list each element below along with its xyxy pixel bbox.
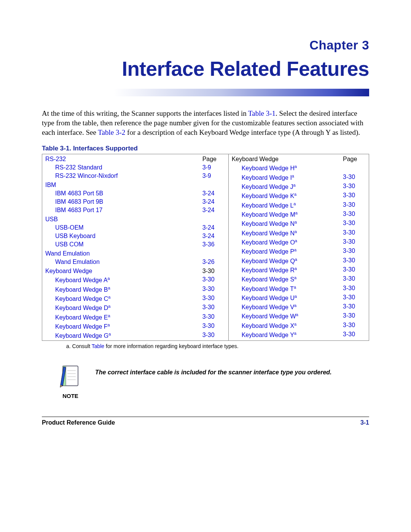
page-ref[interactable]: 3-30 (202, 286, 225, 293)
interface-link[interactable]: Keyboard Wedge S (242, 276, 294, 283)
interface-link[interactable]: IBM 4683 Port 17 (55, 207, 103, 213)
page-ref[interactable]: 3-30 (343, 248, 366, 255)
page-ref[interactable]: 3-30 (343, 303, 366, 311)
table-row: Keyboard Wedge Ca3-30 (42, 294, 228, 303)
page-ref[interactable]: 3-36 (202, 241, 225, 248)
page-ref[interactable]: 3-30 (343, 275, 366, 283)
interface-link[interactable]: Keyboard Wedge B (55, 286, 108, 293)
interface-link[interactable]: Keyboard Wedge T (242, 286, 294, 292)
page-ref[interactable]: 3-24 (202, 190, 225, 197)
table-row: IBM 4683 Port 173-24 (42, 206, 228, 214)
page-ref[interactable]: 3-30 (202, 332, 225, 339)
xref-table-3-1[interactable]: Table 3-1 (248, 109, 276, 117)
interface-link[interactable]: Keyboard Wedge R (242, 267, 295, 273)
interface-link[interactable]: Keyboard Wedge K (242, 193, 294, 200)
footnote-marker: a (108, 295, 110, 299)
interface-link[interactable]: Keyboard Wedge I (242, 174, 292, 181)
page-ref[interactable]: 3-30 (343, 229, 366, 237)
footnote-marker: a (108, 313, 110, 318)
interface-link[interactable]: USB-OEM (55, 224, 84, 231)
page-ref[interactable] (343, 164, 366, 172)
table-row: Keyboard Wedge Na3-30 (229, 219, 369, 228)
page-ref[interactable]: 3-30 (343, 183, 366, 190)
interface-link[interactable]: Keyboard Wedge Q (242, 258, 295, 264)
group-name: USB (45, 216, 202, 223)
interface-link[interactable]: RS-232 Wincor-Nixdorf (55, 173, 118, 179)
page-ref[interactable]: 3-9 (202, 173, 225, 179)
page-ref[interactable]: 3-30 (202, 295, 225, 302)
footnote-link[interactable]: Table (92, 343, 104, 349)
page-ref[interactable]: 3-30 (202, 313, 225, 321)
footnote-marker: a (294, 248, 296, 252)
page-ref[interactable]: 3-30 (343, 201, 366, 209)
interface-link[interactable]: Keyboard Wedge X (242, 323, 294, 329)
interface-link[interactable]: Keyboard Wedge O (242, 239, 295, 246)
interface-link[interactable]: USB COM (55, 241, 84, 248)
footnote-marker: a (295, 211, 298, 215)
interface-link[interactable]: Keyboard Wedge Y (242, 332, 294, 338)
page-ref[interactable]: 3-24 (202, 233, 225, 240)
table-caption: Table 3-1. Interfaces Supported (42, 145, 369, 152)
table-row: Keyboard Wedge Pa3-30 (229, 247, 369, 256)
interface-link[interactable]: Keyboard Wedge M (242, 211, 295, 218)
page-ref[interactable]: 3-30 (343, 312, 366, 320)
interface-link[interactable]: Keyboard Wedge L (242, 202, 294, 209)
interface-link[interactable]: Keyboard Wedge J (242, 184, 293, 190)
interface-link[interactable]: Keyboard Wedge U (242, 295, 295, 301)
interface-link[interactable]: Keyboard Wedge N (242, 221, 295, 227)
interface-link[interactable]: Keyboard Wedge W (242, 313, 296, 320)
page-ref[interactable]: 3-30 (343, 294, 366, 302)
page-ref[interactable]: 3-30 (343, 220, 366, 227)
group-header: USB (42, 214, 228, 224)
page-ref[interactable]: 3-24 (202, 207, 225, 214)
page-ref[interactable]: 3-30 (202, 304, 225, 312)
interface-link[interactable]: RS-232 Standard (55, 164, 102, 171)
intro-paragraph: At the time of this writing, the Scanner… (42, 109, 369, 137)
page-ref[interactable]: 3-30 (343, 322, 366, 329)
table-row: Wand Emulation3-26 (42, 258, 228, 266)
page-ref[interactable]: 3-30 (343, 192, 366, 200)
page-ref[interactable]: 3-30 (343, 331, 366, 339)
footnote-marker: a (295, 164, 297, 169)
page-ref[interactable]: 3-24 (202, 198, 225, 205)
footnote-marker: a (295, 257, 297, 262)
chapter-header: Chapter 3 Interface Related Features (42, 38, 369, 80)
interface-link[interactable]: Keyboard Wedge C (55, 296, 108, 302)
interface-link[interactable]: Wand Emulation (55, 259, 100, 265)
footnote-marker: a (108, 286, 110, 290)
interface-link[interactable]: Keyboard Wedge N (242, 230, 295, 236)
interface-link[interactable]: Keyboard Wedge P (242, 249, 294, 255)
table-row: IBM 4683 Port 9B3-24 (42, 198, 228, 206)
footnote-marker: a (294, 322, 296, 326)
table-row: Keyboard Wedge Fa3-30 (42, 322, 228, 331)
page-ref[interactable]: 3-30 (202, 276, 225, 284)
page-ref[interactable]: 3-30 (343, 257, 366, 265)
chapter-title: Interface Related Features (42, 57, 369, 80)
page-ref[interactable]: 3-26 (202, 259, 225, 265)
xref-table-3-2[interactable]: Table 3-2 (98, 128, 125, 136)
interface-link[interactable]: Keyboard Wedge D (55, 305, 108, 312)
footnote-marker: a (292, 174, 294, 178)
page-ref[interactable]: 3-30 (343, 238, 366, 246)
interface-link[interactable]: Keyboard Wedge E (55, 314, 108, 321)
table-row: IBM 4683 Port 5B3-24 (42, 189, 228, 198)
interface-link[interactable]: IBM 4683 Port 5B (55, 190, 103, 197)
page-ref[interactable]: 3-9 (202, 164, 225, 171)
page-ref[interactable]: 3-30 (343, 174, 366, 181)
interface-link[interactable]: IBM 4683 Port 9B (55, 198, 103, 205)
interface-link[interactable]: Keyboard Wedge V (242, 304, 294, 310)
interface-link[interactable]: Keyboard Wedge H (242, 165, 295, 172)
interface-link[interactable]: Keyboard Wedge G (55, 333, 108, 339)
table-row: Keyboard Wedge Wa3-30 (229, 312, 369, 321)
page-ref[interactable]: 3-24 (202, 224, 225, 231)
interface-link[interactable]: Keyboard Wedge A (55, 277, 108, 284)
page-ref[interactable]: 3-30 (343, 285, 366, 292)
interface-link[interactable]: USB Keyboard (55, 233, 96, 239)
page-ref[interactable]: 3-30 (202, 323, 225, 330)
page-ref[interactable]: 3-30 (343, 266, 366, 274)
footnote-marker: a (294, 275, 296, 280)
page-ref[interactable]: 3-30 (343, 211, 366, 218)
table-row: Keyboard Wedge Oa3-30 (229, 238, 369, 247)
interface-link[interactable]: Keyboard Wedge F (55, 323, 108, 330)
group-name: RS-232 (45, 156, 202, 163)
